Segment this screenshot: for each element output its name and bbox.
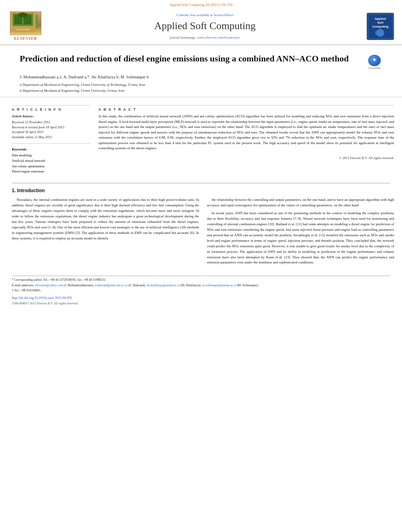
svg-text:ELSEVIER: ELSEVIER [16,28,29,31]
email2-name: (A. Dadvand), [128,284,146,287]
author-affiliations: a Department of Mechanical Engineering, … [20,82,382,93]
abstract-body: In this study, the combination of artifi… [99,114,394,151]
accepted-date: Accepted 30 April 2015 [12,130,91,135]
page: Applied Soft Computing 34 (2015) 139–150… [0,0,402,532]
journal-title: Applied Soft Computing [43,19,367,33]
email2-link[interactable]: a.dadvand@mee.uut.ac.ir [95,284,127,287]
journal-header: ELSEVIER ELSEVIER Contents lists availab… [0,8,402,45]
available-date: Available online 11 May 2015 [12,135,91,140]
email1-name: (J. Mohammadhassani), [64,284,94,287]
abstract-label: A B S T R A C T [99,105,394,112]
journal-citation: Applied Soft Computing 34 (2015) 139–150 [169,3,233,7]
introduction-section: 1. Introduction Nowadays, the internal c… [0,187,402,276]
crossmark[interactable]: ✦ CrossMark [367,55,382,70]
intro-col1-p1: Nowadays, the internal combustion engine… [12,197,199,241]
journal-center: Contents lists available at ScienceDirec… [43,13,367,40]
footnote-area: * Corresponding author. Tel.: +98 44 337… [12,276,390,293]
crossmark-label: CrossMark [368,67,380,70]
keyword-1: Data modeling [12,153,91,158]
top-bar: Applied Soft Computing 34 (2015) 139–150 [0,0,402,8]
email4-link[interactable]: m.solimanpur@urmia.ac.ir [202,284,236,287]
elsevier-text: ELSEVIER [14,36,37,41]
elsevier-logo: ELSEVIER ELSEVIER [8,11,43,41]
contents-line: Contents lists available at ScienceDirec… [43,13,367,18]
svg-point-13 [375,30,380,35]
affiliation-b: b Department of Mechanical Engineering, … [20,88,382,93]
svg-point-4 [18,13,28,17]
crossmark-icon: ✦ [368,55,381,66]
article-title: Prediction and reduction of diesel engin… [20,53,359,65]
corresponding-footnote: * Corresponding author. Tel.: +98 44 337… [12,278,390,282]
homepage-link[interactable]: www.elsevier.com/locate/asoc [197,35,240,39]
doi-link[interactable]: http://dx.doi.org/10.1016/j.asoc.2015.04… [12,296,72,300]
copyright-footer: 1568-4946/© 2015 Elsevier B.V. All right… [12,301,390,306]
article-info-label: A R T I C L E I N F O [12,105,91,112]
keywords-title: Keywords: [12,147,91,152]
keyword-2: Artificial neural network [12,159,91,163]
section-divider [12,183,390,184]
sciencedirect-link[interactable]: ScienceDirect [214,13,233,17]
email3-link[interactable]: sh.khalilarya@urmia.ac.ir [147,284,179,287]
abstract-section: A B S T R A C T In this study, the combi… [99,105,394,175]
received-date: Received 12 November 2012 [12,120,91,125]
intro-col-left: Nowadays, the internal combustion engine… [12,197,199,268]
elsevier-logo-image: ELSEVIER [10,11,41,35]
keyword-4: Diesel engine emissions [12,169,91,174]
authors: J. Mohammadhassani a,1, A. Dadvand a,*, … [20,74,382,80]
svg-text:Computing: Computing [372,25,389,28]
history-title: Article history: [12,114,91,119]
article-header: Prediction and reduction of diesel engin… [0,45,402,98]
intro-col-right: the relationship between the controlling… [207,197,394,268]
revised-date: Received in revised form 18 April 2015 [12,125,91,130]
svg-text:Soft: Soft [377,21,383,24]
doi-footer: http://dx.doi.org/10.1016/j.asoc.2015.04… [12,296,390,300]
homepage-line: journal homepage: www.elsevier.com/locat… [43,35,367,40]
email4-name: (M. Solimanpur). [237,284,259,287]
note1-footnote: 1 Tel.: +98 914164901. [12,288,390,293]
keywords-section: Keywords: Data modeling Artificial neura… [12,147,91,174]
intro-columns: Nowadays, the internal combustion engine… [12,197,394,268]
email1-link[interactable]: elevestra@yahoo.com [35,284,63,287]
email-footnote: E-mail addresses: elevestra@yahoo.com (J… [12,283,390,287]
intro-col2: the relationship between the controlling… [207,197,394,265]
affiliation-a: a Department of Mechanical Engineering, … [20,82,382,87]
main-content: A R T I C L E I N F O Article history: R… [0,101,402,179]
asc-logo: Applied Soft Computing [367,13,394,40]
keyword-3: Ant colony optimization [12,164,91,169]
intro-heading: 1. Introduction [12,187,394,194]
abstract-copyright: © 2015 Elsevier B.V. All rights reserved… [99,154,394,161]
email-label: E-mail addresses: [12,284,34,287]
svg-text:Applied: Applied [375,17,386,20]
article-history: Article history: Received 12 November 20… [12,114,91,144]
email3-name: (Sh. Khalilarya), [180,284,201,287]
article-info: A R T I C L E I N F O Article history: R… [12,105,91,175]
